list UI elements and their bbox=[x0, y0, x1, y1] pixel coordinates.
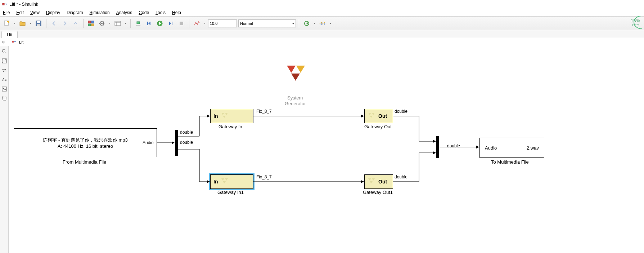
new-model-dropdown[interactable]: ▾ bbox=[13, 22, 17, 25]
gw-out1-caption: Gateway Out1 bbox=[363, 190, 393, 195]
new-model-button[interactable] bbox=[2, 19, 12, 28]
from-mm-file-port-out: Audio bbox=[143, 140, 154, 145]
svg-point-34 bbox=[3, 88, 4, 89]
chevron-down-icon: ▾ bbox=[292, 22, 294, 25]
mux-sig: double bbox=[447, 143, 460, 148]
config-dropdown[interactable]: ▾ bbox=[108, 22, 112, 25]
svg-rect-7 bbox=[88, 24, 91, 26]
open-dropdown[interactable]: ▾ bbox=[29, 22, 32, 25]
svg-point-27 bbox=[324, 22, 325, 23]
svg-rect-4 bbox=[37, 24, 40, 26]
stop-time-input[interactable] bbox=[208, 19, 237, 27]
model-explorer-button[interactable] bbox=[113, 19, 122, 28]
menu-display[interactable]: Display bbox=[46, 10, 60, 15]
stop-button[interactable] bbox=[177, 19, 186, 28]
titlebar: LIti * - Simulink bbox=[0, 0, 644, 9]
nav-fwd-button[interactable] bbox=[60, 19, 69, 28]
save-button[interactable] bbox=[34, 19, 43, 28]
breadcrumb-model[interactable]: LIti bbox=[19, 40, 24, 44]
model-icon bbox=[12, 40, 17, 45]
explorer-dropdown[interactable]: ▾ bbox=[124, 22, 127, 25]
window-title: LIti * - Simulink bbox=[9, 2, 38, 7]
xilinx-icon bbox=[368, 112, 376, 120]
nav-up-button[interactable] bbox=[71, 19, 80, 28]
sysgen-line1: System bbox=[287, 95, 303, 101]
expand-icon[interactable]: ⊕ bbox=[2, 40, 5, 44]
fit-tool-icon[interactable] bbox=[1, 58, 8, 64]
demux-block[interactable] bbox=[175, 130, 178, 156]
xilinx-icon bbox=[221, 112, 229, 120]
svg-rect-11 bbox=[115, 21, 121, 26]
svg-rect-8 bbox=[91, 24, 94, 26]
to-multimedia-file-block[interactable]: Audio 2.wav bbox=[479, 138, 544, 158]
annotate-tool-icon[interactable]: A≡ bbox=[1, 76, 8, 83]
gw-out-txt: Out bbox=[378, 113, 387, 119]
gateway-out-block[interactable]: Out bbox=[364, 109, 393, 123]
svg-rect-33 bbox=[2, 87, 6, 91]
svg-rect-35 bbox=[3, 97, 6, 100]
canvas[interactable]: 陈柯宇 - 直到遇见了你，我只喜欢你.mp3 A: 44100 Hz, 16 b… bbox=[9, 46, 644, 253]
model-config-button[interactable] bbox=[97, 19, 107, 28]
logic-analyzer-button[interactable] bbox=[318, 19, 327, 28]
to-mm-file-caption: To Multimedia File bbox=[491, 159, 529, 165]
menu-help[interactable]: Help bbox=[172, 10, 181, 15]
svg-text:A≡: A≡ bbox=[2, 78, 7, 82]
area-tool-icon[interactable] bbox=[1, 95, 8, 102]
demux-sig1: double bbox=[180, 130, 193, 135]
menu-file[interactable]: File bbox=[3, 10, 10, 15]
svg-point-24 bbox=[320, 22, 321, 23]
svg-point-10 bbox=[101, 23, 103, 24]
sim-mode-select[interactable]: Normal ▾ bbox=[238, 19, 296, 27]
image-tool-icon[interactable] bbox=[1, 86, 8, 92]
menu-code[interactable]: Code bbox=[139, 10, 149, 15]
svg-rect-5 bbox=[88, 21, 91, 23]
record-dropdown[interactable]: ▾ bbox=[203, 22, 207, 25]
left-toolbar: A≡ bbox=[0, 46, 9, 253]
fast-restart-button[interactable] bbox=[302, 19, 311, 28]
weather-widget[interactable]: 15% 22°C bbox=[625, 16, 643, 29]
svg-line-30 bbox=[5, 52, 6, 53]
gateway-in-block[interactable]: In bbox=[210, 109, 253, 123]
from-multimedia-file-block[interactable]: 陈柯宇 - 直到遇见了你，我只喜欢你.mp3 A: 44100 Hz, 16 b… bbox=[14, 128, 157, 157]
model-tab[interactable]: LIti bbox=[1, 31, 18, 38]
menu-tools[interactable]: Tools bbox=[156, 10, 166, 15]
gw-out-caption: Gateway Out bbox=[364, 124, 392, 129]
gw-in1-txt: In bbox=[213, 179, 218, 185]
system-generator-block[interactable] bbox=[282, 64, 310, 89]
xilinx-logo-icon bbox=[283, 64, 309, 84]
demux-sig2: double bbox=[180, 140, 193, 145]
run-button[interactable] bbox=[155, 19, 165, 28]
step-fwd-button[interactable] bbox=[166, 19, 175, 28]
svg-rect-3 bbox=[37, 21, 40, 23]
menu-edit[interactable]: Edit bbox=[16, 10, 24, 15]
step-back-button[interactable] bbox=[144, 19, 154, 28]
gw-in-caption: Gateway In bbox=[219, 124, 242, 129]
svg-point-26 bbox=[323, 23, 324, 24]
from-mm-file-caption: From Multimedia File bbox=[63, 159, 106, 165]
menu-diagram[interactable]: Diagram bbox=[67, 10, 83, 15]
menu-analysis[interactable]: Analysis bbox=[116, 10, 132, 15]
gw-in1-sig: Fix_8_7 bbox=[256, 174, 272, 179]
to-mm-port-in: Audio bbox=[485, 145, 497, 151]
mux-block[interactable] bbox=[436, 136, 439, 158]
zoom-tool-icon[interactable] bbox=[1, 48, 8, 55]
menu-simulation[interactable]: Simulation bbox=[90, 10, 110, 15]
nav-back-button[interactable] bbox=[49, 19, 59, 28]
workspace: A≡ 陈柯宇 - 直到遇见了你，我只喜欢你.mp3 A: 44100 Hz, 1… bbox=[0, 46, 644, 253]
svg-point-29 bbox=[2, 49, 5, 52]
gateway-out1-block[interactable]: Out bbox=[364, 174, 393, 189]
update-diagram-button[interactable] bbox=[134, 19, 143, 28]
swap-tool-icon[interactable] bbox=[1, 67, 8, 74]
fast-restart-dropdown[interactable]: ▾ bbox=[313, 22, 316, 25]
gateway-in1-block[interactable]: In bbox=[210, 174, 253, 189]
svg-rect-14 bbox=[137, 22, 140, 24]
tab-strip: LIti bbox=[0, 30, 644, 38]
gw-out-sig: double bbox=[395, 109, 407, 114]
library-browser-button[interactable] bbox=[86, 19, 96, 28]
analyzer-dropdown[interactable]: ▾ bbox=[329, 22, 332, 25]
menu-view[interactable]: View bbox=[30, 10, 40, 15]
open-button[interactable] bbox=[18, 19, 27, 28]
gw-in-txt: In bbox=[213, 113, 218, 119]
record-button[interactable] bbox=[192, 19, 202, 28]
breadcrumb-bar: ⊕ LIti bbox=[0, 38, 644, 46]
